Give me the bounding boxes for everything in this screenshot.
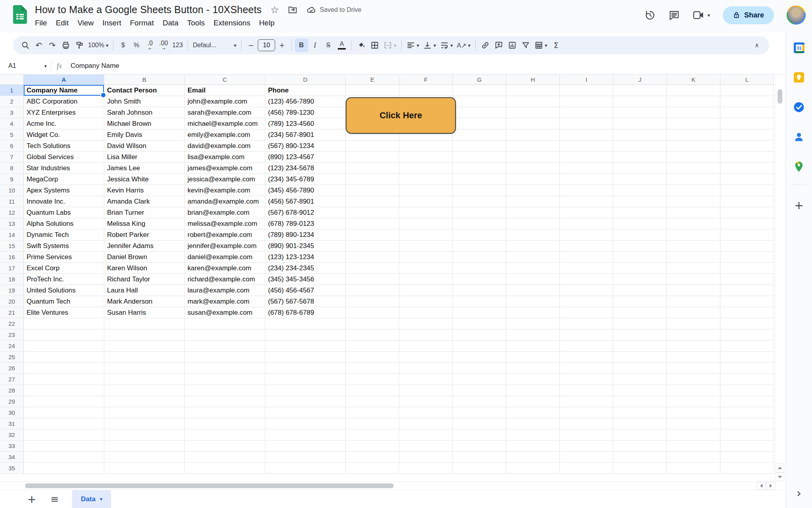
cell-A13[interactable]: Alpha Solutions [24,218,104,229]
cell-I29[interactable] [560,396,613,407]
cell-L13[interactable] [720,218,774,229]
cell-H16[interactable] [506,252,560,263]
cell-B3[interactable]: Sarah Johnson [104,107,185,118]
cell-J2[interactable] [613,96,667,107]
row-header-18[interactable]: 18 [0,274,24,285]
cell-L35[interactable] [720,463,774,474]
row-header-2[interactable]: 2 [0,96,24,107]
cell-L20[interactable] [720,296,774,307]
cell-K33[interactable] [667,441,720,452]
cell-E7[interactable] [346,152,399,163]
cell-L1[interactable] [720,85,774,96]
number-format-button[interactable]: 123 [170,38,185,52]
row-header-7[interactable]: 7 [0,152,24,163]
row-header-27[interactable]: 27 [0,374,24,385]
cell-E23[interactable] [346,329,399,341]
cell-A27[interactable] [24,374,104,385]
cell-B23[interactable] [104,329,185,341]
menu-view[interactable]: View [73,17,98,29]
cell-H35[interactable] [506,463,560,474]
cell-D6[interactable]: (567) 890-1234 [265,140,346,152]
cell-E27[interactable] [346,374,399,385]
row-header-13[interactable]: 13 [0,218,24,229]
cell-D1[interactable]: Phone [265,85,346,96]
column-header-L[interactable]: L [720,75,774,85]
cell-H19[interactable] [506,285,560,296]
cell-G18[interactable] [453,274,506,285]
cell-B5[interactable]: Emily Davis [104,129,185,140]
cell-I23[interactable] [560,329,613,341]
cell-B11[interactable]: Amanda Clark [104,196,185,207]
cell-J11[interactable] [613,196,667,207]
cell-E12[interactable] [346,207,399,218]
cell-F13[interactable] [399,218,453,229]
cell-J30[interactable] [613,407,667,418]
cell-J17[interactable] [613,263,667,274]
row-header-23[interactable]: 23 [0,329,24,341]
cell-K3[interactable] [667,107,720,118]
cell-C16[interactable]: daniel@example.com [185,252,265,263]
cell-L30[interactable] [720,407,774,418]
cell-C34[interactable] [185,452,265,463]
cell-J5[interactable] [613,129,667,140]
cell-C27[interactable] [185,374,265,385]
cell-D20[interactable]: (567) 567-5678 [265,296,346,307]
cell-F11[interactable] [399,196,453,207]
cell-H32[interactable] [506,429,560,441]
cell-G9[interactable] [453,174,506,185]
select-all-corner[interactable] [0,75,24,85]
cell-B2[interactable]: John Smith [104,96,185,107]
column-header-F[interactable]: F [399,75,453,85]
cell-A12[interactable]: Quantum Labs [24,207,104,218]
cell-C4[interactable]: michael@example.com [185,118,265,129]
cell-K35[interactable] [667,463,720,474]
cell-B21[interactable]: Susan Harris [104,307,185,318]
cell-A35[interactable] [24,463,104,474]
cell-D3[interactable]: (456) 789-1230 [265,107,346,118]
cell-K4[interactable] [667,118,720,129]
column-header-A[interactable]: A [24,75,104,85]
cell-E24[interactable] [346,341,399,352]
cell-D9[interactable]: (234) 345-6789 [265,174,346,185]
cell-K29[interactable] [667,396,720,407]
cell-L26[interactable] [720,363,774,374]
cell-K7[interactable] [667,152,720,163]
cell-J15[interactable] [613,241,667,252]
cell-H10[interactable] [506,185,560,196]
cell-C10[interactable]: kevin@example.com [185,185,265,196]
cell-B24[interactable] [104,341,185,352]
share-button[interactable]: Share [723,6,774,24]
row-header-14[interactable]: 14 [0,229,24,241]
scroll-up-button[interactable] [776,463,784,472]
cell-C15[interactable]: jennifer@example.com [185,241,265,252]
calendar-icon[interactable]: 31 [791,40,807,56]
cell-C32[interactable] [185,429,265,441]
cell-I24[interactable] [560,341,613,352]
cell-G3[interactable] [453,107,506,118]
cell-L23[interactable] [720,329,774,341]
cell-G1[interactable] [453,85,506,96]
menu-format[interactable]: Format [126,17,158,29]
increase-font-size-button[interactable]: + [275,38,289,52]
strikethrough-button[interactable]: S [322,38,335,52]
cell-H25[interactable] [506,352,560,363]
cell-H24[interactable] [506,341,560,352]
cell-D10[interactable]: (345) 456-7890 [265,185,346,196]
cell-H18[interactable] [506,274,560,285]
cell-D22[interactable] [265,318,346,329]
cell-B14[interactable]: Robert Parker [104,229,185,241]
cell-A32[interactable] [24,429,104,441]
cell-E14[interactable] [346,229,399,241]
cell-G7[interactable] [453,152,506,163]
cell-B9[interactable]: Jessica White [104,174,185,185]
menu-tools[interactable]: Tools [183,17,209,29]
fill-color-button[interactable] [354,38,368,52]
cell-H12[interactable] [506,207,560,218]
row-header-33[interactable]: 33 [0,441,24,452]
cell-K14[interactable] [667,229,720,241]
cell-J35[interactable] [613,463,667,474]
cell-J26[interactable] [613,363,667,374]
scroll-right-button[interactable] [766,482,776,490]
cell-D11[interactable]: (456) 567-8901 [265,196,346,207]
cell-F12[interactable] [399,207,453,218]
